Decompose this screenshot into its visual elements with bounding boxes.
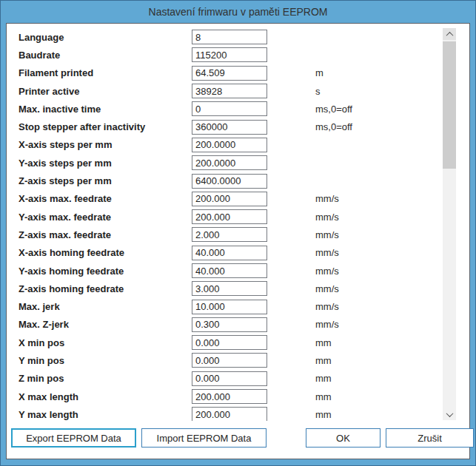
setting-row: Y max lengthmm [19, 405, 437, 421]
field-unit: mm/s [315, 301, 339, 312]
field-unit: mm/s [315, 193, 339, 204]
field-input[interactable] [192, 389, 267, 404]
field-input[interactable] [192, 353, 267, 368]
field-input[interactable] [192, 66, 267, 81]
field-label: Z-axis max. feedrate [19, 229, 192, 240]
setting-row: X min posmm [19, 334, 437, 351]
field-label: X-axis steps per mm [19, 139, 192, 150]
setting-row: Stop stepper after inactivityms,0=off [19, 118, 437, 135]
field-label: Language [19, 32, 192, 43]
field-unit: ms,0=off [315, 121, 352, 132]
field-input[interactable] [192, 209, 267, 224]
field-input[interactable] [192, 155, 267, 170]
setting-row: Y min posmm [19, 351, 437, 369]
field-unit: mm [315, 391, 332, 402]
field-input[interactable] [192, 101, 267, 116]
field-input[interactable] [192, 263, 267, 278]
field-label: Y-axis homing feedrate [19, 266, 192, 277]
field-label: Y max length [19, 409, 192, 420]
setting-row: Y-axis homing feedratemm/s [19, 262, 437, 280]
setting-row: Filament printedm [19, 64, 437, 82]
setting-row: Y-axis max. feedratemm/s [19, 208, 437, 226]
field-input[interactable] [192, 192, 267, 206]
setting-row: Max. jerkmm/s [19, 297, 437, 315]
field-label: Y-axis steps per mm [19, 158, 192, 169]
field-label: X max length [19, 391, 192, 402]
import-eeprom-button[interactable]: Import EEPROM Data [141, 428, 267, 448]
field-label: Z-axis homing feedrate [19, 283, 192, 294]
chevron-up-icon [446, 31, 453, 38]
field-label: Filament printed [19, 67, 192, 78]
field-input[interactable] [192, 246, 267, 260]
window-title: Nastavení frimwaru v paměti EEPROM [149, 6, 328, 18]
chevron-down-icon [446, 410, 453, 417]
eeprom-settings-dialog: Nastavení frimwaru v paměti EEPROM Langu… [0, 0, 476, 466]
setting-row: Z-axis steps per mm [19, 172, 437, 189]
field-input[interactable] [192, 47, 267, 62]
setting-row: Z-axis max. feedratemm/s [19, 226, 437, 243]
scrollbar-thumb[interactable] [443, 41, 456, 169]
setting-row: Y-axis steps per mm [19, 154, 437, 172]
setting-row: Z min posmm [19, 370, 437, 388]
setting-row: X-axis steps per mm [19, 136, 437, 154]
scrollbar[interactable] [443, 28, 456, 420]
setting-row: Printer actives [19, 82, 437, 100]
field-unit: mm [315, 337, 332, 348]
field-input[interactable] [192, 174, 267, 189]
export-eeprom-button[interactable]: Export EEPROM Data [11, 428, 136, 448]
settings-list: LanguageBaudrateFilament printedmPrinter… [19, 28, 437, 421]
setting-row: X-axis max. feedratemm/s [19, 190, 437, 208]
setting-row: Baudrate [19, 46, 437, 64]
field-unit: mm/s [315, 266, 339, 277]
field-label: Y min pos [19, 355, 192, 366]
setting-row: Max. Z-jerkmm/s [19, 316, 437, 334]
setting-row: Z-axis homing feedratemm/s [19, 280, 437, 297]
field-unit: mm [315, 355, 332, 366]
field-input[interactable] [192, 227, 267, 242]
field-input[interactable] [192, 30, 267, 44]
setting-row: Max. inactive timems,0=off [19, 100, 437, 118]
field-unit: mm/s [315, 212, 339, 223]
field-label: Z-axis steps per mm [19, 175, 192, 186]
scroll-up-button[interactable] [443, 28, 456, 40]
setting-row: X-axis homing feedratemm/s [19, 244, 437, 262]
field-label: Max. jerk [19, 301, 192, 312]
field-input[interactable] [192, 281, 267, 296]
dialog-client-area: LanguageBaudrateFilament printedmPrinter… [6, 23, 470, 459]
field-unit: mm/s [315, 229, 339, 240]
field-unit: s [315, 86, 321, 97]
field-label: X min pos [19, 337, 192, 348]
field-input[interactable] [192, 120, 267, 135]
ok-button[interactable]: OK [306, 428, 381, 448]
field-unit: mm [315, 373, 332, 384]
field-label: Baudrate [19, 50, 192, 61]
field-label: X-axis homing feedrate [19, 247, 192, 258]
field-input[interactable] [192, 371, 267, 386]
field-label: Stop stepper after inactivity [19, 121, 192, 132]
field-label: Max. inactive time [19, 104, 192, 115]
field-label: Max. Z-jerk [19, 319, 192, 330]
field-unit: mm/s [315, 247, 339, 258]
field-input[interactable] [192, 317, 267, 332]
field-input[interactable] [192, 300, 267, 314]
field-unit: mm [315, 409, 332, 420]
field-input[interactable] [192, 407, 267, 421]
field-input[interactable] [192, 138, 267, 152]
field-label: Y-axis max. feedrate [19, 212, 192, 223]
setting-row: X max lengthmm [19, 388, 437, 405]
titlebar[interactable]: Nastavení frimwaru v paměti EEPROM [1, 1, 475, 23]
cancel-button[interactable]: Zrušit [386, 428, 474, 448]
field-input[interactable] [192, 84, 267, 98]
field-label: X-axis max. feedrate [19, 193, 192, 204]
field-unit: m [315, 67, 324, 78]
field-label: Printer active [19, 86, 192, 97]
field-unit: mm/s [315, 319, 339, 330]
setting-row: Language [19, 28, 437, 46]
scrollbar-track[interactable] [443, 40, 456, 408]
field-unit: mm/s [315, 283, 339, 294]
field-unit: ms,0=off [315, 104, 352, 115]
field-input[interactable] [192, 335, 267, 350]
scroll-down-button[interactable] [443, 408, 456, 420]
field-label: Z min pos [19, 373, 192, 384]
